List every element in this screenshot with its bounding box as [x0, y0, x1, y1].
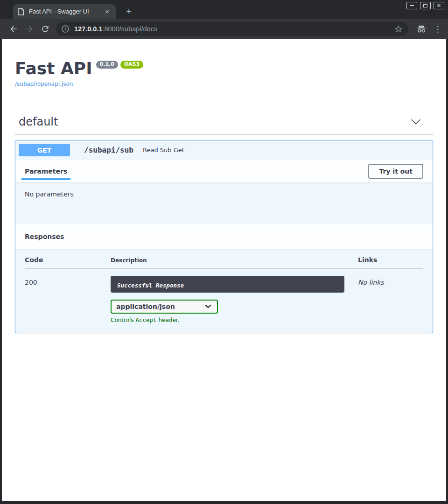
browser-toolbar: 127.0.0.1:8000/subapi/docs ⋮: [0, 19, 448, 39]
bookmark-star-icon[interactable]: [394, 25, 403, 33]
media-type-value: application/json: [116, 303, 175, 310]
http-method-badge: GET: [19, 144, 70, 156]
col-header-code: Code: [25, 256, 111, 264]
accept-note-code: Accept: [135, 316, 156, 323]
response-description-cell: Successful Response application/json: [111, 276, 358, 323]
responses-body: Code Description Links 200 Successful Re…: [15, 249, 433, 333]
response-description-box: Successful Response: [111, 276, 344, 293]
responses-header: Responses: [15, 224, 433, 249]
back-icon[interactable]: [9, 24, 18, 34]
no-parameters-text: No parameters: [25, 190, 74, 198]
api-title-text: Fast API: [15, 59, 92, 78]
url-text[interactable]: 127.0.0.1:8000/subapi/docs: [74, 25, 157, 33]
url-path: :8000/subapi/docs: [102, 25, 157, 33]
try-it-out-button[interactable]: Try it out: [368, 164, 423, 179]
opblock-get-subapi-sub: GET /subapi/sub Read Sub Get Parameters …: [15, 140, 433, 333]
accept-header-note: Controls Accept header.: [111, 316, 358, 323]
version-badge: 0.1.0: [96, 61, 118, 69]
responses-title: Responses: [25, 233, 64, 240]
page-content: Fast API0.1.0OAS3 /subapi/openapi.json d…: [2, 39, 446, 501]
url-host: 127.0.0.1: [74, 25, 102, 33]
accept-note-suffix: header.: [157, 317, 180, 323]
col-header-description: Description: [111, 257, 358, 264]
parameters-body: No parameters: [15, 182, 433, 224]
new-tab-button[interactable]: +: [123, 7, 134, 18]
operation-description: Read Sub Get: [143, 147, 184, 154]
response-description-text: Successful Response: [117, 282, 184, 289]
col-header-links: Links: [358, 256, 424, 264]
site-info-icon[interactable]: [62, 25, 69, 33]
openapi-spec-link[interactable]: /subapi/openapi.json: [15, 81, 73, 87]
operation-path: /subapi/sub: [84, 146, 133, 154]
accept-note-prefix: Controls: [111, 317, 135, 323]
responses-table-header: Code Description Links: [25, 256, 423, 269]
tab-parameters[interactable]: Parameters: [25, 168, 67, 175]
tab-strip: Fast API - Swagger UI × + ✕: [0, 0, 448, 19]
browser-window: Fast API - Swagger UI × + ✕ 127.0.0.1:80…: [0, 0, 448, 504]
close-window-button[interactable]: ✕: [434, 2, 444, 9]
oas3-badge: OAS3: [120, 61, 143, 69]
refresh-icon[interactable]: [41, 24, 50, 34]
tab-close-icon[interactable]: ×: [103, 7, 111, 15]
tag-name: default: [19, 115, 58, 128]
operation-summary[interactable]: GET /subapi/sub Read Sub Get: [15, 140, 433, 160]
response-code: 200: [25, 276, 111, 286]
tag-section-default: default GET /subapi/sub Read Sub Get Par…: [15, 112, 433, 333]
swagger-ui: Fast API0.1.0OAS3 /subapi/openapi.json d…: [2, 60, 446, 333]
tab-title: Fast API - Swagger UI: [29, 8, 103, 15]
address-bar[interactable]: 127.0.0.1:8000/subapi/docs: [56, 22, 408, 36]
minimize-button[interactable]: [406, 2, 417, 9]
window-controls: ✕: [406, 2, 444, 9]
response-links: No links: [358, 276, 424, 286]
browser-tab[interactable]: Fast API - Swagger UI ×: [13, 4, 116, 19]
minimize-icon: [410, 5, 414, 6]
response-row-200: 200 Successful Response application/json: [25, 269, 423, 323]
api-info: Fast API0.1.0OAS3 /subapi/openapi.json: [15, 60, 433, 88]
chevron-down-icon[interactable]: [411, 119, 421, 125]
tag-header[interactable]: default: [15, 112, 433, 135]
select-chevron-icon: [205, 304, 211, 308]
media-type-select[interactable]: application/json: [111, 300, 218, 314]
maximize-icon: [423, 4, 427, 7]
forward-icon[interactable]: [25, 24, 34, 34]
page-favicon-icon: [18, 8, 24, 15]
browser-menu-icon[interactable]: ⋮: [433, 24, 442, 34]
api-title: Fast API0.1.0OAS3: [15, 60, 433, 77]
maximize-button[interactable]: [420, 2, 431, 9]
media-type-wrap: application/json Controls Accept header.: [111, 300, 358, 323]
incognito-icon: [416, 25, 427, 33]
parameters-header: Parameters Try it out: [15, 160, 433, 182]
